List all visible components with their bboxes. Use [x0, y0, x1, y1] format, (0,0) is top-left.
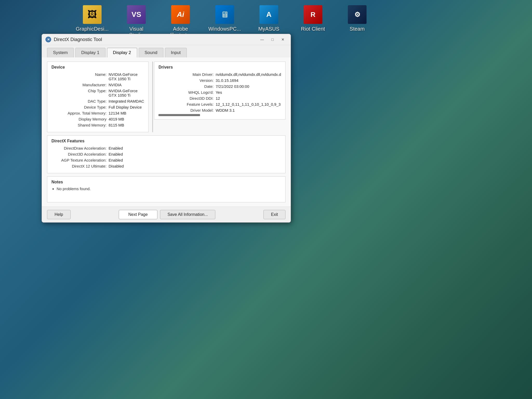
desktop-icon-graphicdesign[interactable]: 🖼 GraphicDesi... — [78, 5, 107, 32]
driver-model-label: Driver Model: — [158, 108, 216, 112]
agp-value: Enabled — [109, 158, 123, 162]
device-name-label: Name: — [51, 72, 109, 81]
riotclient-icon: R — [304, 5, 322, 24]
device-panel-wrapper: Device Name: NVIDIA GeForce GTX 1050 Ti … — [47, 62, 151, 132]
desktop-icon-myasus[interactable]: A MyASUS — [255, 5, 283, 32]
direct3d-accel-label: Direct3D Acceleration: — [51, 152, 109, 156]
driver-model-value: WDDM 3.1 — [216, 108, 235, 112]
windowspc-label: WindowsPC... — [208, 26, 241, 32]
center-buttons: Next Page Save All Information... — [119, 210, 215, 219]
info-panels: Device Name: NVIDIA GeForce GTX 1050 Ti … — [47, 62, 285, 132]
desktop-icon-riotclient[interactable]: R Riot Client — [299, 5, 327, 32]
device-type-value: Full Display Device — [109, 105, 142, 109]
next-page-button[interactable]: Next Page — [119, 210, 157, 219]
whql-label: WHQL Logo'd: — [158, 90, 216, 95]
direct3d-ddi-value: 12 — [216, 96, 220, 101]
desktop: 🖼 GraphicDesi... VS Visual Studio Code A… — [0, 0, 532, 399]
device-panel-title: Device — [51, 65, 144, 70]
shared-memory-value: 8115 MB — [109, 123, 124, 127]
panel-separator — [152, 62, 153, 132]
dac-type-label: DAC Type: — [51, 99, 109, 103]
illustrator-icon: Ai — [171, 5, 190, 24]
riotclient-label: Riot Client — [301, 26, 325, 32]
directx12-label: DirectX 12 Ultimate: — [51, 164, 109, 168]
tab-sound[interactable]: Sound — [139, 48, 163, 57]
whql-row: WHQL Logo'd: Yes — [158, 90, 281, 95]
notes-title: Notes — [51, 180, 281, 184]
tab-bar: System Display 1 Display 2 Sound Input — [42, 45, 291, 57]
date-row: Date: 7/21/2022 03:00:00 — [158, 84, 281, 89]
myasus-label: MyASUS — [258, 26, 279, 32]
version-label: Version: — [158, 78, 216, 83]
agp-label: AGP Texture Acceleration: — [51, 158, 109, 162]
directx-features-title: DirectX Features — [51, 139, 281, 143]
version-value: 31.0.15.1694 — [216, 78, 238, 83]
chip-type-label: Chip Type: — [51, 89, 109, 97]
direct3d-accel-row: Direct3D Acceleration: Enabled — [51, 152, 281, 156]
myasus-icon: A — [260, 5, 278, 24]
directdraw-row: DirectDraw Acceleration: Enabled — [51, 146, 281, 150]
tab-display2[interactable]: Display 2 — [107, 48, 137, 57]
drivers-panel-wrapper: Drivers Main Driver: nvldumdx.dll,nvldum… — [154, 62, 285, 132]
notes-item-0: No problems found. — [57, 187, 281, 191]
total-memory-label: Approx. Total Memory: — [51, 111, 109, 115]
help-button[interactable]: Help — [47, 210, 71, 219]
device-name-value: NVIDIA GeForce GTX 1050 Ti — [109, 72, 144, 81]
total-memory-value: 12134 MB — [109, 111, 126, 115]
tab-system[interactable]: System — [47, 48, 74, 57]
whql-value: Yes — [216, 90, 222, 95]
windowspc-icon: 🖥 — [215, 5, 234, 24]
display-memory-row: Display Memory 4019 MB — [51, 117, 144, 121]
manufacturer-value: NVIDIA — [109, 83, 122, 87]
dac-type-row: DAC Type: Integrated RAMDAC — [51, 99, 144, 103]
steam-icon: ⚙ — [348, 5, 367, 24]
bottom-button-bar: Help Next Page Save All Information... E… — [42, 207, 291, 222]
direct3d-accel-value: Enabled — [109, 152, 123, 156]
notes-panel: Notes No problems found. — [47, 176, 285, 202]
notes-list: No problems found. — [51, 187, 281, 191]
manufacturer-label: Manufacturer: — [51, 83, 109, 87]
window-controls: — □ ✕ — [258, 37, 287, 42]
device-type-label: Device Type: — [51, 105, 109, 109]
minimize-button[interactable]: — — [258, 37, 266, 42]
main-driver-row: Main Driver: nvldumdx.dll,nvldumdx.dll,n… — [158, 72, 281, 77]
dac-type-value: Integrated RAMDAC — [109, 99, 144, 103]
directdraw-value: Enabled — [109, 146, 123, 150]
total-memory-row: Approx. Total Memory: 12134 MB — [51, 111, 144, 115]
display-memory-label: Display Memory — [51, 117, 109, 121]
manufacturer-row: Manufacturer: NVIDIA — [51, 83, 144, 87]
display-memory-value: 4019 MB — [109, 117, 124, 121]
directx-diagnostic-window: ✕ DirectX Diagnostic Tool — □ ✕ System D… — [42, 34, 291, 223]
save-all-button[interactable]: Save All Information... — [160, 210, 216, 219]
desktop-icon-steam[interactable]: ⚙ Steam — [343, 5, 371, 32]
graphicdesign-label: GraphicDesi... — [76, 26, 109, 32]
feature-levels-label: Feature Levels: — [158, 102, 216, 107]
close-button[interactable]: ✕ — [279, 37, 287, 42]
vscode-icon: VS — [127, 5, 146, 24]
steam-label: Steam — [350, 26, 365, 32]
directdraw-label: DirectDraw Acceleration: — [51, 146, 109, 150]
shared-memory-label: Shared Memory: — [51, 123, 109, 127]
shared-memory-row: Shared Memory: 8115 MB — [51, 123, 144, 127]
directx12-row: DirectX 12 Ultimate: Disabled — [51, 164, 281, 168]
feature-levels-value: 12_1,12_0,11_1,11_0,10_1,10_0,9_3 — [216, 102, 281, 107]
window-title: DirectX Diagnostic Tool — [54, 37, 255, 42]
driver-progress-bar — [158, 114, 200, 116]
feature-levels-row: Feature Levels: 12_1,12_0,11_1,11_0,10_1… — [158, 102, 281, 107]
drivers-panel: Drivers Main Driver: nvldumdx.dll,nvldum… — [154, 62, 285, 119]
version-row: Version: 31.0.15.1694 — [158, 78, 281, 83]
device-type-row: Device Type: Full Display Device — [51, 105, 144, 109]
tab-display1[interactable]: Display 1 — [75, 48, 105, 57]
exit-button[interactable]: Exit — [263, 210, 285, 219]
drivers-panel-title: Drivers — [158, 65, 281, 70]
tab-input[interactable]: Input — [165, 48, 187, 57]
driver-model-row: Driver Model: WDDM 3.1 — [158, 108, 281, 112]
agp-row: AGP Texture Acceleration: Enabled — [51, 158, 281, 162]
window-app-icon: ✕ — [45, 37, 51, 42]
direct3d-ddi-row: Direct3D DDI: 12 — [158, 96, 281, 101]
device-name-row: Name: NVIDIA GeForce GTX 1050 Ti — [51, 72, 144, 81]
desktop-icon-windowspc[interactable]: 🖥 WindowsPC... — [210, 5, 239, 32]
graphicdesign-icon: 🖼 — [83, 5, 102, 24]
desktop-icon-illustrator[interactable]: Ai Adobe Illustrat... — [166, 5, 195, 38]
maximize-button[interactable]: □ — [268, 37, 277, 42]
